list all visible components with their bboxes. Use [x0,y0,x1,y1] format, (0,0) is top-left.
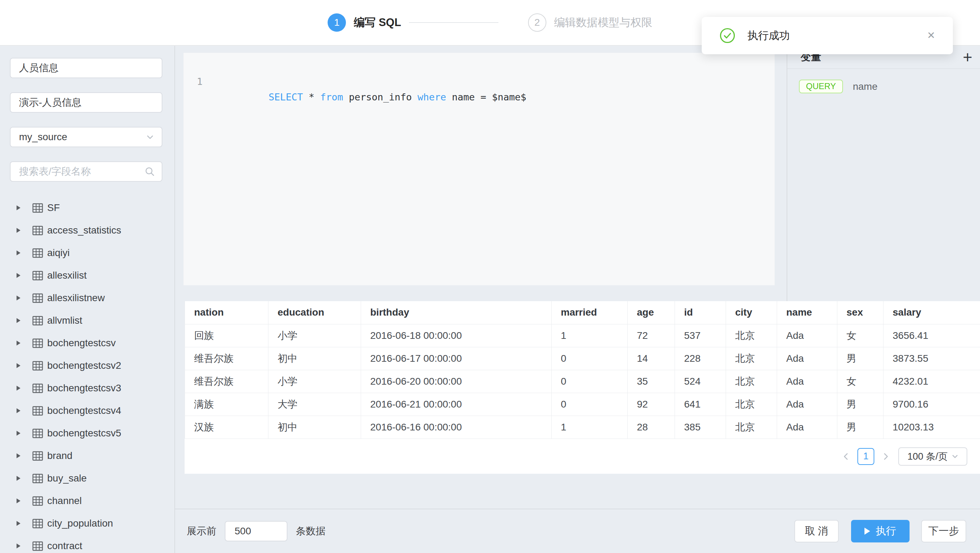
column-header[interactable]: city [726,301,777,324]
table-grid-icon [32,226,43,235]
variable-row[interactable]: QUERY name [799,79,980,93]
column-header[interactable]: name [777,301,837,324]
column-header[interactable]: salary [883,301,980,324]
table-tree: SF access_statistics [10,197,162,553]
table-cell: 女 [837,370,883,393]
table-grid-icon [32,384,43,393]
next-page-button[interactable] [878,452,893,461]
table-cell: 北京 [726,393,777,416]
table-grid-icon [32,429,43,438]
page-size-value: 100 条/页 [907,450,948,463]
stepper-connector [409,22,498,23]
table-tree-item[interactable]: bochengtestcsv2 [10,354,162,377]
caret-right-icon[interactable] [17,228,21,233]
page-size-select[interactable]: 100 条/页 [898,447,967,466]
column-header[interactable]: age [628,301,675,324]
table-tree-item[interactable]: SF [10,197,162,219]
table-cell: 641 [675,393,726,416]
run-button[interactable]: 执行 [851,520,910,542]
caret-right-icon[interactable] [17,363,21,368]
caret-right-icon[interactable] [17,205,21,210]
caret-right-icon[interactable] [17,386,21,391]
sql-code-line: 1 SELECT * from person_info where name =… [194,59,775,105]
table-tree-item[interactable]: bochengtestcsv [10,332,162,354]
table-tree-item[interactable]: allvmlist [10,309,162,332]
table-row[interactable]: 维吾尔族初中2016-06-17 00:00:00014228北京Ada男387… [185,347,980,370]
column-header[interactable]: education [269,301,361,324]
current-page-button[interactable]: 1 [858,448,874,465]
table-cell: 0 [552,393,628,416]
caret-right-icon[interactable] [17,453,21,458]
table-cell: 北京 [726,347,777,370]
table-tree-item[interactable]: buy_sale [10,467,162,489]
table-name-label: bochengtestcsv3 [47,383,121,394]
content-area: 人员信息 演示-人员信息 my_source 搜索表/字段名称 [0,46,980,553]
table-cell: 男 [837,393,883,416]
caret-right-icon[interactable] [17,250,21,255]
sql-editor[interactable]: 1 SELECT * from person_info where name =… [183,53,775,285]
caret-right-icon[interactable] [17,521,21,526]
column-header[interactable]: nation [185,301,269,324]
table-row[interactable]: 回族小学2016-06-18 00:00:00172537北京Ada女3656.… [185,324,980,347]
table-tree-item[interactable]: aiqiyi [10,242,162,264]
table-cell: 9700.16 [883,393,980,416]
table-tree-item[interactable]: allesxilistnew [10,287,162,309]
dataset-name-input[interactable]: 人员信息 [10,58,162,78]
close-icon[interactable]: ✕ [927,31,935,41]
caret-right-icon[interactable] [17,431,21,436]
table-cell: 72 [628,324,675,347]
caret-right-icon[interactable] [17,543,21,548]
table-grid-icon [32,406,43,416]
caret-right-icon[interactable] [17,408,21,413]
table-row[interactable]: 满族大学2016-06-21 00:00:00092641北京Ada男9700.… [185,393,980,416]
variables-panel: 变量 + QUERY name [788,46,980,301]
caret-right-icon[interactable] [17,498,21,503]
table-cell: 3656.41 [883,324,980,347]
workarea: 1 SELECT * from person_info where name =… [175,46,980,553]
cancel-button[interactable]: 取 消 [794,520,839,542]
table-cell: 385 [675,416,726,439]
table-tree-item[interactable]: bochengtestcsv5 [10,422,162,445]
table-tree-item[interactable]: city_population [10,512,162,535]
caret-right-icon[interactable] [17,318,21,323]
caret-right-icon[interactable] [17,341,21,346]
step-2-edit-model[interactable]: 2 编辑数据模型与权限 [528,13,652,32]
table-search-input[interactable]: 搜索表/字段名称 [10,161,162,182]
table-grid-icon [32,496,43,506]
column-header[interactable]: married [552,301,628,324]
table-tree-item[interactable]: allesxilist [10,264,162,287]
add-variable-button[interactable]: + [963,49,972,65]
caret-right-icon[interactable] [17,476,21,481]
table-row[interactable]: 汉族初中2016-06-16 00:00:00128385北京Ada男10203… [185,416,980,439]
dataset-alias-input[interactable]: 演示-人员信息 [10,92,162,113]
next-step-button[interactable]: 下一步 [921,520,966,542]
row-limit-input[interactable]: 500 [225,521,288,541]
table-row[interactable]: 维吾尔族小学2016-06-20 00:00:00035524北京Ada女423… [185,370,980,393]
prev-page-button[interactable] [838,452,854,461]
table-cell: 92 [628,393,675,416]
table-cell: 维吾尔族 [185,347,269,370]
step-1-write-sql[interactable]: 1 编写 SQL [328,13,401,32]
table-grid-icon [32,474,43,483]
datasource-select[interactable]: my_source [10,127,162,147]
table-tree-item[interactable]: contract [10,535,162,553]
caret-right-icon[interactable] [17,296,21,300]
table-tree-item[interactable]: brand [10,445,162,467]
column-header[interactable]: birthday [361,301,552,324]
table-tree-item[interactable]: channel [10,489,162,512]
table-tree-item[interactable]: bochengtestcsv4 [10,399,162,422]
table-name-label: allesxilist [47,270,87,281]
table-tree-item[interactable]: bochengtestcsv3 [10,377,162,399]
column-header[interactable]: sex [837,301,883,324]
row-limit-value: 500 [235,526,251,537]
limit-suffix-label: 条数据 [296,524,326,538]
table-name-label: SF [47,202,60,213]
dataset-alias-value: 演示-人员信息 [19,96,81,109]
results-table: nationeducationbirthdaymarriedageidcityn… [185,301,980,439]
table-tree-item[interactable]: access_statistics [10,219,162,242]
table-name-label: access_statistics [47,225,121,236]
column-header[interactable]: id [675,301,726,324]
table-cell: Ada [777,324,837,347]
caret-right-icon[interactable] [17,273,21,278]
table-cell: 2016-06-18 00:00:00 [361,324,552,347]
